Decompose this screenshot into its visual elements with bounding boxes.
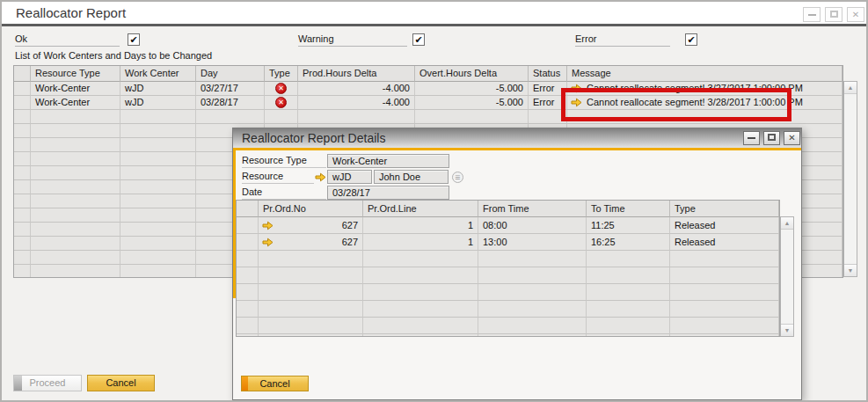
column-header-resource-type[interactable]: Resource Type (31, 66, 120, 82)
pr-ord-no-cell: 627 (259, 217, 363, 234)
empty-cell (670, 318, 779, 334)
empty-cell (478, 284, 587, 301)
details-titlebar: Reallocator Report Details (233, 128, 801, 148)
empty-cell (363, 251, 478, 267)
empty-cell (31, 251, 120, 265)
overt-hours-delta-cell: -5.000 (415, 82, 529, 96)
column-header-overt-hours-delta[interactable]: Overt.Hours Delta (415, 66, 529, 82)
error-status-icon: ✕ (275, 97, 287, 108)
empty-cell (478, 267, 587, 284)
empty-cell (31, 138, 120, 152)
column-header-pr-ord-line[interactable]: Pr.Ord.Line (363, 201, 478, 217)
proceed-button[interactable]: Proceed (13, 375, 82, 391)
row-selector-cell[interactable] (14, 96, 31, 110)
empty-cell (14, 138, 31, 152)
column-header-status[interactable]: Status (529, 66, 567, 82)
details-table-scrollbar[interactable]: ▲ ▼ (780, 216, 794, 337)
resource-type-field[interactable]: Work-Center (327, 154, 449, 168)
scroll-down-icon[interactable]: ▼ (781, 324, 793, 336)
empty-cell (31, 110, 120, 124)
highlight-annotation (561, 88, 791, 121)
empty-cell (14, 124, 31, 138)
minimize-icon[interactable] (803, 7, 821, 22)
resource-type-label: Resource Type (242, 155, 326, 168)
empty-cell (670, 284, 779, 301)
empty-cell (31, 208, 120, 223)
column-header-message[interactable]: Message (567, 66, 842, 82)
pr-ord-no-value: 627 (342, 217, 362, 233)
empty-cell (14, 237, 31, 251)
empty-cell (14, 166, 31, 180)
empty-cell (31, 237, 120, 251)
empty-cell (31, 124, 120, 138)
column-header-to-time[interactable]: To Time (587, 201, 670, 217)
close-icon[interactable]: ✕ (784, 131, 800, 145)
pr-ord-line-cell: 1 (363, 234, 478, 251)
maximize-icon[interactable] (825, 7, 842, 22)
link-arrow-icon[interactable] (262, 238, 274, 247)
pr-ord-line-cell: 1 (363, 217, 478, 234)
choose-from-list-icon[interactable]: ☰ (452, 172, 463, 183)
empty-cell (259, 267, 363, 284)
empty-row (237, 251, 779, 267)
link-arrow-icon[interactable] (262, 221, 274, 230)
prod-hours-delta-cell: -4.000 (298, 96, 415, 110)
table-row[interactable]: 627 1 13:00 16:25 Released (237, 234, 779, 251)
column-header-selector[interactable] (237, 201, 259, 217)
reallocator-report-details-window: Reallocator Report Details ✕ Resource Ty… (232, 128, 802, 400)
maximize-icon[interactable] (763, 131, 780, 145)
empty-cell (237, 318, 259, 334)
column-header-pr-ord-no[interactable]: Pr.Ord.No (259, 201, 363, 217)
ok-checkbox[interactable]: ✔ (128, 33, 140, 46)
date-field[interactable]: 03/28/17 (327, 186, 449, 200)
empty-cell (14, 110, 31, 124)
cancel-button[interactable]: Cancel (87, 375, 155, 391)
close-icon[interactable]: ✕ (847, 7, 864, 22)
empty-cell (237, 251, 259, 267)
resource-code-field[interactable]: wJD (327, 170, 372, 184)
link-arrow-icon[interactable] (315, 172, 326, 182)
empty-cell (14, 194, 31, 208)
button-stripe (242, 376, 248, 391)
row-selector-cell[interactable] (237, 234, 259, 251)
row-selector-cell[interactable] (237, 217, 259, 234)
table-row[interactable]: 627 1 08:00 11:25 Released (237, 217, 779, 234)
empty-cell (259, 318, 363, 334)
row-selector-cell[interactable] (14, 82, 31, 96)
empty-cell (587, 267, 670, 284)
error-checkbox[interactable]: ✔ (685, 33, 697, 46)
empty-cell (237, 334, 259, 337)
column-header-day[interactable]: Day (196, 66, 265, 82)
column-header-prod-hours-delta[interactable]: Prod.Hours Delta (298, 66, 415, 82)
empty-cell (670, 267, 779, 284)
column-header-work-center[interactable]: Work Center (120, 66, 196, 82)
empty-cell (587, 318, 670, 334)
empty-cell (587, 301, 670, 318)
main-table-scrollbar[interactable]: ▲ ▼ (843, 81, 857, 277)
resource-name-field[interactable]: John Doe (374, 170, 449, 184)
column-header-type[interactable]: Type (265, 66, 298, 82)
empty-cell (478, 334, 587, 337)
button-stripe (14, 376, 22, 391)
scroll-up-icon[interactable]: ▲ (844, 82, 857, 94)
resource-type-cell: Work-Center (31, 96, 120, 110)
type-cell: Released (670, 234, 779, 251)
scroll-up-icon[interactable]: ▲ (781, 217, 793, 230)
empty-cell (120, 194, 196, 208)
table-header-row: Pr.Ord.No Pr.Ord.Line From Time To Time … (237, 201, 779, 217)
empty-cell (237, 301, 259, 318)
column-header-from-time[interactable]: From Time (478, 201, 587, 217)
column-header-selector[interactable] (14, 66, 31, 82)
empty-cell (298, 110, 415, 124)
column-header-type[interactable]: Type (670, 201, 779, 217)
warning-checkbox[interactable]: ✔ (412, 33, 425, 46)
empty-cell (265, 110, 298, 124)
empty-cell (363, 334, 478, 337)
overt-hours-delta-cell: -5.000 (415, 96, 529, 110)
scroll-down-icon[interactable]: ▼ (844, 264, 857, 276)
filter-label-error: Error (575, 33, 670, 47)
details-cancel-button[interactable]: Cancel (241, 376, 309, 391)
filter-label-ok: Ok (15, 33, 120, 47)
minimize-icon[interactable] (743, 131, 760, 145)
empty-cell (478, 251, 587, 267)
